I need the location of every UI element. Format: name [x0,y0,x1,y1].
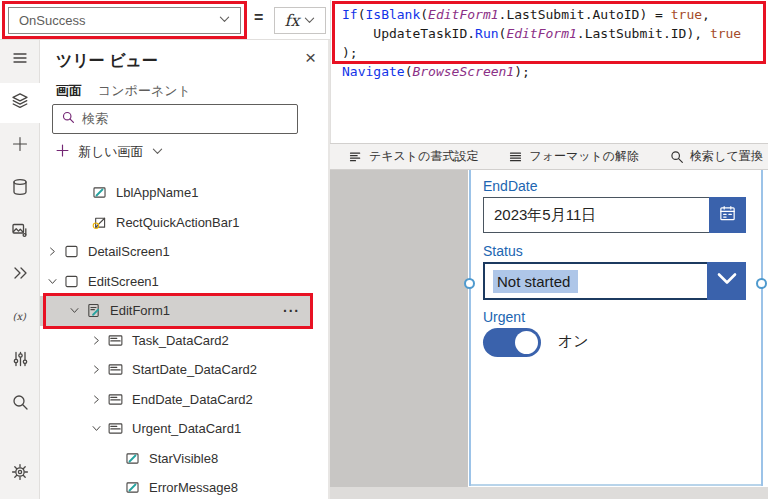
calendar-icon [718,204,737,226]
status-label: Status [483,243,523,259]
form-selection-line-bottom [471,484,761,486]
search-input[interactable]: 検索 [52,104,298,134]
new-screen-label: 新しい画面 [78,143,144,161]
chevron-down-icon [717,269,737,293]
toolbar-button-label: フォーマットの解除 [529,148,639,165]
label-icon [91,163,108,166]
powerapps-studio: OnSuccess = fx If(IsBlank(EditForm1.Last… [0,0,768,499]
tree-item-Urgent_DataCard1[interactable]: Urgent_DataCard1 [40,414,328,444]
form-selection-line-right [761,170,763,486]
chevron-down-icon [219,13,230,28]
tab-screens[interactable]: 画面 [56,82,82,106]
svg-text:(x): (x) [13,311,28,322]
tree-item-label: EditScreen1 [88,274,159,289]
end-date-label: EndDate [483,178,537,194]
end-date-input[interactable]: 2023年5月11日 [483,197,746,233]
tree-item-Task_DataCard2[interactable]: Task_DataCard2 [40,326,328,356]
urgent-toggle-state: オン [558,332,589,351]
datacard-icon [107,420,124,437]
dropdown-chevron-button[interactable] [707,262,746,300]
rail-item-flow[interactable] [0,255,40,295]
label-icon [124,479,141,496]
chevron-down-icon [304,12,315,30]
property-selector-value: OnSuccess [19,13,85,28]
tree-item-label: LblAppName1 [116,185,198,200]
close-icon[interactable]: × [305,48,316,67]
rail-item-tree-view[interactable] [0,83,40,123]
menu-icon [10,48,30,72]
panel-tabs: 画面コンポーネント [56,82,191,106]
fx-button[interactable]: fx [274,7,326,34]
rail-item-settings[interactable] [0,454,40,494]
chevron-right-icon[interactable] [90,334,103,347]
tree-item-label: StarVisible8 [149,451,218,466]
search-replace-button[interactable]: 検索して置換 [669,148,763,165]
fx-icon: fx [285,13,300,29]
rail-item-variables[interactable]: (x) [0,298,40,338]
search-icon [10,392,30,416]
clear-format-icon [508,149,523,164]
clear-format-button[interactable]: フォーマットの解除 [508,148,639,165]
canvas-area: EndDate 2023年5月11日 Status Not started Ur… [330,170,768,499]
label-icon [91,184,108,201]
tree-item-RectQuickActionBar1[interactable]: RectQuickActionBar1 [40,208,328,238]
chevron-down-icon [152,145,163,160]
selection-handle-left[interactable] [464,278,475,289]
new-screen-button[interactable]: 新しい画面 [55,143,163,161]
flow-icon [10,263,30,287]
urgent-label: Urgent [483,309,525,325]
chevron-right-icon[interactable] [46,245,59,258]
datacard-icon [107,361,124,378]
canvas-bottom-strip [330,487,768,499]
tree-item-label: EditForm1 [110,303,170,318]
rail-item-media[interactable] [0,212,40,252]
screen-icon [63,243,80,260]
rail-item-data[interactable] [0,169,40,209]
rail-item-tools[interactable] [0,341,40,381]
property-selector[interactable]: OnSuccess [8,7,241,34]
tree-item-EndDate_DataCard2[interactable]: EndDate_DataCard2 [40,385,328,415]
formula-bar[interactable]: If(IsBlank(EditForm1.LastSubmit.AutoID) … [330,0,768,143]
tree-item-EditScreen1[interactable]: EditScreen1 [40,267,328,297]
formula-line: ); [342,43,741,62]
format-text-icon [348,149,363,164]
tree-view-icon [10,91,30,115]
rail-item-menu[interactable] [0,40,40,80]
tools-icon [10,349,30,373]
chevron-down-icon[interactable] [68,304,81,317]
search-placeholder: 検索 [82,110,108,128]
urgent-toggle[interactable] [483,328,541,357]
search-replace-icon [669,149,684,164]
screen-icon [63,273,80,290]
edit-screen-canvas[interactable]: EndDate 2023年5月11日 Status Not started Ur… [468,170,768,487]
chevron-down-icon[interactable] [46,275,59,288]
tree-item-options-button[interactable]: ··· [283,303,312,319]
chevron-right-icon[interactable] [90,393,103,406]
formula-toolbar: テキストの書式設定フォーマットの解除検索して置換 [330,143,768,170]
tree-item-label: StartDate_DataCard2 [132,362,257,377]
rail-item-search[interactable] [0,384,40,424]
status-dropdown[interactable]: Not started [483,262,746,300]
tree-item-StarVisible8[interactable]: StarVisible8 [40,444,328,474]
form-selection-line-left [469,170,471,486]
tree-item-ErrorMessage8[interactable]: ErrorMessage8 [40,473,328,499]
tree-item-DetailScreen1[interactable]: DetailScreen1 [40,237,328,267]
rail-item-plus[interactable] [0,126,40,166]
format-text-button[interactable]: テキストの書式設定 [348,148,478,165]
calendar-button[interactable] [709,197,746,233]
media-icon [10,220,30,244]
data-icon [10,177,30,201]
tree-item-StartDate_DataCard2[interactable]: StartDate_DataCard2 [40,355,328,385]
tree-item-EditForm1[interactable]: EditForm1··· [40,296,312,326]
tree-item-LblAppName1[interactable]: LblAppName1 [40,178,328,208]
tree-item-label: Urgent_DataCard1 [132,421,241,436]
chevron-down-icon[interactable] [90,422,103,435]
tree-item-partial [40,163,328,178]
panel-title: ツリー ビュー [56,51,158,72]
top-bar: OnSuccess = fx [0,0,330,40]
selection-handle-right[interactable] [756,278,767,289]
chevron-right-icon[interactable] [90,363,103,376]
formula-code[interactable]: If(IsBlank(EditForm1.LastSubmit.AutoID) … [342,5,741,81]
tab-components[interactable]: コンポーネント [98,82,191,106]
tree-view-panel: ツリー ビュー × 画面コンポーネント 検索 新しい画面 LblAppName1… [40,40,330,499]
